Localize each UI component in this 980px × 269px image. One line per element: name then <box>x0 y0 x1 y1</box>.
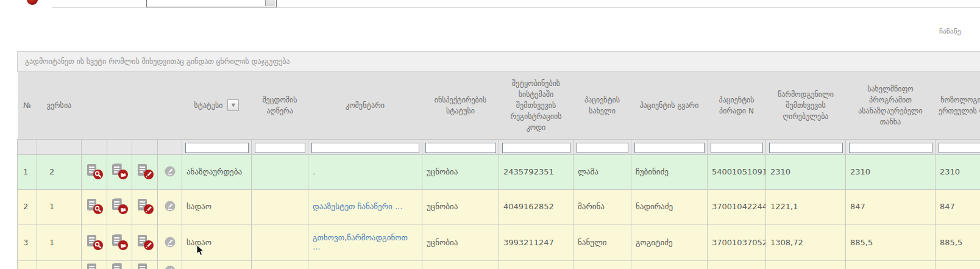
cell-error-description <box>252 154 308 189</box>
filter-first-name-input[interactable] <box>577 143 628 153</box>
cell-personal-n: 37001042244 <box>708 189 766 224</box>
cell-num: 2 <box>18 189 37 224</box>
col-header-first-name[interactable]: პაციენტის სახელი <box>573 72 631 139</box>
col-header-error-description[interactable]: შეცდომის აღწერა <box>252 72 308 139</box>
view-details-button[interactable] <box>82 189 107 224</box>
table-row: 3 1 <box>18 224 980 260</box>
filter-status-input[interactable] <box>185 143 249 153</box>
cell-unit-price: 847 <box>936 189 980 224</box>
cell-personal-n <box>708 260 766 269</box>
cell-first-name: ლაშა <box>573 154 631 189</box>
cell-case-value: 2310 <box>766 154 846 189</box>
col-header-case-value[interactable]: წარმოდგენილი შემთხვევის ღირებულება <box>766 72 846 139</box>
status-filter-dropdown-button[interactable]: ▼ <box>227 99 239 111</box>
filter-registration-code-input[interactable] <box>502 143 570 153</box>
document-search-icon <box>85 198 104 215</box>
filter-personal-n-input[interactable] <box>711 143 763 153</box>
col-header-action1 <box>82 72 107 139</box>
filter-case-value-input[interactable] <box>769 143 843 153</box>
cell-version: 1 <box>37 224 82 260</box>
col-header-comment[interactable]: კომენტარი <box>308 72 422 139</box>
cell-state-amount <box>846 260 936 269</box>
cell-inspection-status <box>422 260 499 269</box>
cell-last-name <box>631 260 708 269</box>
view-details-button[interactable] <box>82 260 107 269</box>
col-header-num[interactable]: № <box>18 72 37 139</box>
edit-button[interactable] <box>132 154 158 189</box>
panel-divider <box>52 7 980 8</box>
top-combobox[interactable] <box>146 0 277 7</box>
cell-state-amount: 2310 <box>846 154 936 189</box>
cell-comment: . <box>308 154 422 189</box>
versions-button[interactable] <box>107 189 132 224</box>
col-header-version[interactable]: ვერსია <box>37 72 82 139</box>
cell-state-amount: 847 <box>846 189 936 224</box>
edit-disabled-button <box>158 260 182 269</box>
cell-inspection-status: უცნობია <box>422 154 499 189</box>
cell-first-name: ნანული <box>573 224 631 260</box>
col-header-last-name[interactable]: პაციენტის გვარი <box>631 72 708 139</box>
versions-button[interactable] <box>107 224 132 260</box>
document-edit-icon <box>136 263 154 269</box>
status-header-label: სტატუსი <box>194 100 223 111</box>
cell-version: 1 <box>37 189 82 224</box>
cell-case-value <box>766 260 846 269</box>
cell-comment: დააზუსტეთ ჩანაწერი ... <box>308 189 422 224</box>
versions-button[interactable] <box>107 260 132 269</box>
col-header-unit-price[interactable]: ნოზოლოგიური ერთეულის ფასი <box>936 72 980 139</box>
filter-last-name-input[interactable] <box>634 143 705 153</box>
cell-inspection-status: უცნობია <box>422 189 499 224</box>
col-header-registration-code[interactable]: შეტყობინების სისტემაში შემთხვევის რეგისტ… <box>499 72 573 139</box>
combobox-dropdown-button[interactable] <box>265 0 275 6</box>
filter-error-description-input[interactable] <box>255 143 305 153</box>
versions-button[interactable] <box>107 154 132 189</box>
edit-disabled-button <box>158 189 182 224</box>
comment-link[interactable]: . <box>313 167 315 176</box>
edit-disabled-button <box>158 224 182 260</box>
cell-comment: გთხოვთ,წარმოადგინოთ ... <box>308 224 422 260</box>
cell-status <box>182 260 252 269</box>
cell-status: სადაო <box>182 224 252 260</box>
document-versions-icon <box>110 263 129 269</box>
document-edit-icon <box>136 163 154 180</box>
edit-button[interactable] <box>132 224 158 260</box>
app-logo-icon <box>27 0 38 5</box>
col-header-state-amount[interactable]: სახელმწიფო პროგრამით ასანაზღაურებელი თან… <box>846 72 936 139</box>
comment-link[interactable]: . <box>313 263 315 269</box>
comment-link[interactable]: გთხოვთ,წარმოადგინოთ ... <box>313 233 408 251</box>
edit-disabled-icon <box>161 163 179 180</box>
cell-num: 1 <box>18 154 37 189</box>
edit-disabled-icon <box>161 198 179 215</box>
edit-disabled-icon <box>161 234 179 251</box>
cell-registration-code: 3993211247 <box>499 224 573 260</box>
cell-status: სადაო <box>182 189 252 224</box>
col-header-inspection-status[interactable]: ინსპექტირების სტატუსი <box>422 72 499 139</box>
cell-case-value: 1308,72 <box>766 224 846 260</box>
cell-unit-price: 885,5 <box>936 224 980 260</box>
edit-button[interactable] <box>132 189 158 224</box>
col-header-action2 <box>107 72 132 139</box>
grouping-hint-text: გადმოიტანეთ ის სვეტი რომლის მიხედვითაც გ… <box>25 57 290 66</box>
view-details-button[interactable] <box>82 154 107 189</box>
document-search-icon <box>85 234 104 251</box>
cases-table: № ვერსია სტატუსი ▼ შეცდომის აღწერა კომენ… <box>17 72 980 269</box>
edit-button[interactable] <box>132 260 158 269</box>
view-details-button[interactable] <box>82 224 107 260</box>
cell-registration-code: 2435792351 <box>499 154 573 189</box>
mouse-cursor <box>196 245 204 256</box>
filter-comment-input[interactable] <box>311 143 419 153</box>
document-search-icon <box>85 263 104 269</box>
cell-personal-n: 54001051091 <box>708 154 766 189</box>
cell-personal-n: 37001037052 <box>708 224 766 260</box>
comment-link[interactable]: დააზუსტეთ ჩანაწერი ... <box>313 202 402 211</box>
filter-inspection-status-input[interactable] <box>425 143 496 153</box>
cell-error-description <box>252 189 308 224</box>
col-header-status[interactable]: სტატუსი ▼ <box>182 72 252 139</box>
cell-first-name <box>573 260 631 269</box>
grouping-drop-zone[interactable]: გადმოიტანეთ ის სვეტი რომლის მიხედვითაც გ… <box>17 51 980 72</box>
cell-unit-price: 2310 <box>936 154 980 189</box>
col-header-personal-n[interactable]: პაციენტის პირადი N <box>708 72 766 139</box>
cell-error-description <box>252 224 308 260</box>
filter-state-amount-input[interactable] <box>849 143 932 153</box>
filter-unit-price-input[interactable] <box>939 143 980 153</box>
